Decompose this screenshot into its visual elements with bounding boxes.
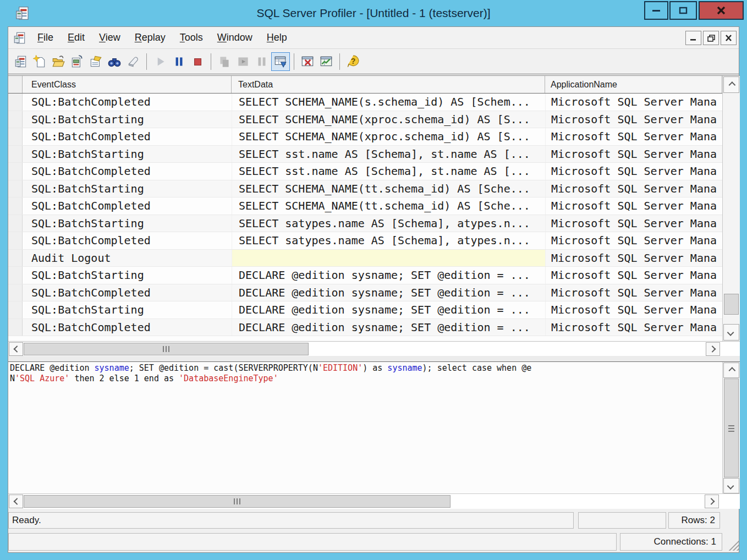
cell-eventclass: SQL:BatchCompleted: [23, 319, 232, 336]
scroll-left-button[interactable]: [9, 342, 23, 356]
menu-tools[interactable]: Tools: [173, 30, 210, 46]
menu-window[interactable]: Window: [210, 30, 260, 46]
grid-x-icon: [300, 54, 315, 69]
table-row[interactable]: SQL:BatchCompletedSELECT SCHEMA_NAME(xpr…: [8, 128, 722, 146]
find-button[interactable]: [105, 52, 124, 71]
grid-vertical-scrollbar[interactable]: [722, 76, 740, 341]
cell-eventclass: SQL:BatchStarting: [23, 267, 232, 284]
cell-applicationname: Microsoft SQL Server Mana: [545, 163, 722, 180]
new-trace-button[interactable]: [12, 52, 30, 71]
header-row-selector: [8, 76, 23, 93]
cell-applicationname: Microsoft SQL Server Mana: [545, 94, 722, 111]
auto-scroll-button[interactable]: [271, 52, 290, 71]
table-row[interactable]: SQL:BatchStartingDECLARE @edition sysnam…: [8, 267, 722, 284]
sql-vertical-scrollbar[interactable]: [722, 362, 740, 494]
mdi-close-button[interactable]: [721, 31, 737, 45]
cell-eventclass: SQL:BatchStarting: [23, 146, 232, 163]
close-button[interactable]: [699, 1, 744, 20]
toolbar-separator: [294, 53, 294, 70]
cell-eventclass: SQL:BatchCompleted: [23, 94, 232, 111]
new-trace-file-button[interactable]: [30, 52, 49, 71]
cell-eventclass: SQL:BatchCompleted: [23, 163, 232, 180]
maximize-button[interactable]: [669, 1, 697, 20]
table-row[interactable]: SQL:BatchStartingSELECT sst.name AS [Sch…: [8, 146, 722, 163]
export-trace-button[interactable]: [68, 52, 86, 71]
grid-horizontal-scrollbar[interactable]: [8, 341, 740, 356]
cell-applicationname: Microsoft SQL Server Mana: [545, 197, 722, 215]
mdi-restore-button[interactable]: [703, 31, 719, 45]
menu-edit[interactable]: Edit: [61, 30, 92, 46]
sql-horizontal-scrollbar[interactable]: [8, 493, 740, 509]
menu-view[interactable]: View: [92, 30, 128, 46]
cell-eventclass: SQL:BatchStarting: [23, 111, 232, 128]
pane-splitter[interactable]: [8, 356, 740, 361]
grid-hscroll-thumb[interactable]: [24, 343, 309, 355]
table-row[interactable]: SQL:BatchCompletedSELECT sst.name AS [Sc…: [8, 163, 722, 180]
stop-trace-button[interactable]: [188, 52, 207, 71]
scroll-left-button[interactable]: [9, 495, 23, 508]
cell-textdata: SELECT sst.name AS [Schema], st.name AS …: [232, 146, 545, 163]
table-row[interactable]: SQL:BatchStartingSELECT SCHEMA_NAME(xpro…: [8, 111, 722, 129]
scroll-down-button[interactable]: [723, 478, 739, 493]
table-row[interactable]: SQL:BatchStartingDECLARE @edition sysnam…: [8, 301, 722, 319]
grid-vscroll-thumb[interactable]: [724, 294, 739, 315]
header-eventclass[interactable]: EventClass: [23, 76, 232, 93]
trace-doc-icon: [14, 54, 28, 69]
thumb-grip: [234, 498, 241, 504]
aggregated-view-button[interactable]: [317, 52, 336, 71]
row-selector: [8, 267, 23, 284]
eraser-icon: [126, 54, 140, 69]
thumb-grip: [163, 346, 170, 352]
cell-textdata: SELECT satypes.name AS [Schema], atypes.…: [232, 232, 545, 249]
table-row[interactable]: SQL:BatchStartingSELECT satypes.name AS …: [8, 215, 722, 233]
scroll-right-button[interactable]: [706, 342, 720, 356]
open-folder-icon: [51, 54, 65, 69]
table-row[interactable]: SQL:BatchCompletedDECLARE @edition sysna…: [8, 319, 722, 337]
cell-applicationname: Microsoft SQL Server Mana: [545, 128, 722, 145]
pause-trace-button[interactable]: [169, 52, 188, 71]
properties-doc-icon: [89, 54, 103, 69]
row-selector: [8, 94, 23, 111]
row-selector: [8, 146, 23, 163]
resize-grip[interactable]: [727, 539, 739, 551]
titlebar[interactable]: SQL Server Profiler - [Untitled - 1 (tes…: [0, 0, 747, 26]
scroll-down-button[interactable]: [723, 324, 739, 341]
status-rows: Rows: 2: [668, 512, 720, 529]
table-row[interactable]: SQL:BatchCompletedSELECT satypes.name AS…: [8, 232, 722, 250]
help-button[interactable]: ?: [344, 52, 362, 71]
chevron-down-icon: [727, 482, 734, 490]
mdi-minimize-button[interactable]: [685, 31, 701, 45]
trace-properties-button[interactable]: [86, 52, 105, 71]
scroll-up-button[interactable]: [723, 76, 739, 93]
stop-icon: [190, 54, 205, 69]
gray-step-icon: [236, 54, 250, 69]
clear-trace-button[interactable]: [124, 52, 142, 71]
app-window: SQL Server Profiler - [Untitled - 1 (tes…: [0, 0, 747, 560]
cell-eventclass: SQL:BatchStarting: [23, 215, 232, 232]
mdi-window-controls: [685, 31, 737, 45]
row-selector: [8, 232, 23, 249]
minimize-button[interactable]: [644, 1, 668, 20]
sql-detail-pane[interactable]: DECLARE @edition sysname; SET @edition =…: [8, 361, 740, 493]
main-area: FileEditViewReplayToolsWindowHelp ? Even…: [8, 26, 739, 553]
scroll-right-button[interactable]: [705, 495, 719, 508]
column-filter-button[interactable]: [298, 52, 317, 71]
scroll-up-button[interactable]: [723, 363, 739, 378]
table-row[interactable]: SQL:BatchCompletedSELECT SCHEMA_NAME(s.s…: [8, 94, 722, 111]
sql-hscroll-thumb[interactable]: [24, 495, 451, 508]
status-connections: Connections: 1: [620, 533, 722, 551]
open-trace-button[interactable]: [49, 52, 68, 71]
table-row[interactable]: SQL:BatchCompletedSELECT SCHEMA_NAME(tt.…: [8, 197, 722, 215]
header-applicationname[interactable]: ApplicationName: [545, 76, 722, 93]
sql-vscroll-thumb[interactable]: [724, 378, 739, 477]
toolbar: ?: [8, 49, 739, 74]
table-row[interactable]: SQL:BatchCompletedDECLARE @edition sysna…: [8, 284, 722, 302]
menu-file[interactable]: File: [30, 30, 61, 46]
table-row[interactable]: Audit LogoutMicrosoft SQL Server Mana: [8, 250, 722, 267]
sql-line: N'SQL Azure' then 2 else 1 end as 'Datab…: [10, 374, 721, 384]
table-row[interactable]: SQL:BatchStartingSELECT SCHEMA_NAME(tt.s…: [8, 180, 722, 198]
cell-eventclass: SQL:BatchCompleted: [23, 232, 232, 249]
menu-replay[interactable]: Replay: [128, 30, 173, 46]
menu-help[interactable]: Help: [260, 30, 294, 46]
header-textdata[interactable]: TextData: [232, 76, 545, 93]
